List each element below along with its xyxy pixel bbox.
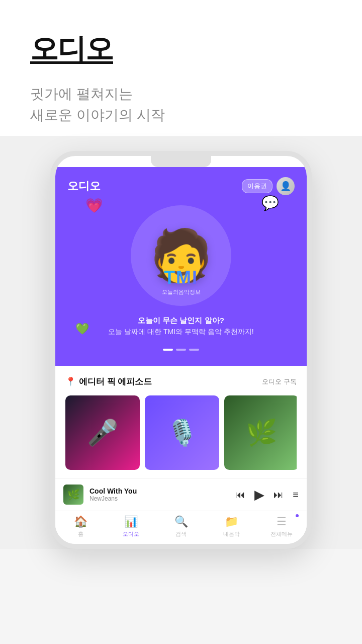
nav-mymusic-label: 내음악 (223, 530, 240, 538)
ep-card-1-image: 🎤 (65, 395, 140, 470)
search-icon: 🔍 (174, 515, 188, 528)
heart-icon: 💗 (85, 197, 103, 214)
prev-button[interactable]: ⏮ (235, 489, 245, 501)
episode-card-2[interactable]: 🎙️ (145, 395, 219, 470)
playlist-button[interactable]: ≡ (293, 489, 299, 501)
app-banner-header: 오디오 이용권 👤 (67, 177, 295, 195)
nav-home[interactable]: 🏠 홈 (65, 515, 96, 538)
np-thumbnail: 🌿 (63, 485, 83, 505)
audio-icon: 📊 (124, 515, 138, 528)
nav-menu-label: 전체메뉴 (270, 530, 293, 538)
play-button[interactable]: ▶ (254, 487, 264, 503)
phone-notch (151, 156, 211, 167)
nav-audio[interactable]: 📊 오디오 (116, 515, 146, 538)
section-title: 📍 에디터 픽 에피소드 (65, 376, 152, 387)
avatar[interactable]: 👤 (277, 177, 295, 195)
banner-dot-2[interactable] (176, 349, 186, 351)
ep-card-3-image: 🌿 (224, 395, 297, 470)
tmi-subtitle: 오늘의음악정보 (162, 288, 201, 296)
nav-mymusic[interactable]: 📁 내음악 (216, 515, 246, 538)
banner-main-content: 🧑 TMI 오늘의음악정보 오늘이 무슨 날인지 알아? 오늘 날짜에 대한 T… (67, 200, 295, 351)
green-heart-icon: 💚 (75, 323, 89, 336)
hero-title: 오디오 (30, 30, 332, 68)
ep-card-2-image: 🎙️ (145, 395, 219, 470)
episode-cards: 🎤 🎙️ 🌿 (65, 395, 297, 470)
phone-wrapper: 오디오 이용권 👤 💗 💬 💚 🧑 TMI 오늘의음악정보 (0, 136, 362, 549)
pin-icon: 📍 (65, 376, 76, 387)
np-title: Cool With You (89, 487, 229, 495)
np-info: Cool With You NewJeans (89, 487, 229, 502)
app-logo: 오디오 (67, 179, 101, 194)
tmi-title: TMI (162, 267, 201, 288)
tmi-label: TMI 오늘의음악정보 (162, 267, 201, 296)
bottom-nav: 🏠 홈 📊 오디오 🔍 검색 📁 내음악 ☰ 전체메뉴 (55, 511, 307, 544)
nav-menu[interactable]: ☰ 전체메뉴 (266, 515, 297, 538)
section-action[interactable]: 오디오 구독 (262, 377, 297, 386)
hero-section: 오디오 귓가에 펼쳐지는 새로운 이야기의 시작 (0, 0, 362, 136)
nav-search[interactable]: 🔍 검색 (166, 515, 196, 538)
np-controls: ⏮ ▶ ⏭ ≡ (235, 487, 299, 503)
banner-image-circle: 🧑 TMI 오늘의음악정보 (131, 205, 231, 306)
banner-dot-3[interactable] (189, 349, 199, 351)
episode-card-1[interactable]: 🎤 (65, 395, 140, 470)
app-content: 오디오 이용권 👤 💗 💬 💚 🧑 TMI 오늘의음악정보 (55, 167, 307, 544)
banner-dots (163, 349, 199, 351)
section-header: 📍 에디터 픽 에피소드 오디오 구독 (65, 376, 297, 387)
chat-icon: 💬 (261, 195, 279, 211)
hero-subtitle: 귓가에 펼쳐지는 새로운 이야기의 시작 (30, 84, 332, 126)
home-icon: 🏠 (74, 515, 87, 528)
nav-audio-label: 오디오 (123, 530, 139, 538)
folder-icon: 📁 (225, 515, 238, 528)
episode-card-3[interactable]: 🌿 (224, 395, 297, 470)
nav-home-label: 홈 (78, 530, 83, 538)
now-playing-bar[interactable]: 🌿 Cool With You NewJeans ⏮ ▶ ⏭ ≡ (55, 478, 307, 511)
app-user-area: 이용권 👤 (242, 177, 295, 195)
nav-search-label: 검색 (175, 530, 187, 538)
menu-icon: ☰ (277, 515, 287, 528)
app-banner: 오디오 이용권 👤 💗 💬 💚 🧑 TMI 오늘의음악정보 (55, 167, 307, 366)
banner-text-main: 오늘이 무슨 날인지 알아? (108, 316, 253, 326)
np-artist: NewJeans (89, 495, 229, 502)
banner-dot-1[interactable] (163, 349, 173, 351)
phone-mockup: 오디오 이용권 👤 💗 💬 💚 🧑 TMI 오늘의음악정보 (50, 151, 312, 549)
banner-text-area: 오늘이 무슨 날인지 알아? 오늘 날짜에 대한 TMI와 무맥락 음악 추천까… (98, 311, 263, 342)
banner-text-sub: 오늘 날짜에 대한 TMI와 무맥락 음악 추천까지! (108, 328, 253, 337)
next-button[interactable]: ⏭ (274, 489, 284, 501)
episode-section: 📍 에디터 픽 에피소드 오디오 구독 🎤 🎙️ 🌿 (55, 366, 307, 478)
user-badge: 이용권 (242, 179, 273, 193)
